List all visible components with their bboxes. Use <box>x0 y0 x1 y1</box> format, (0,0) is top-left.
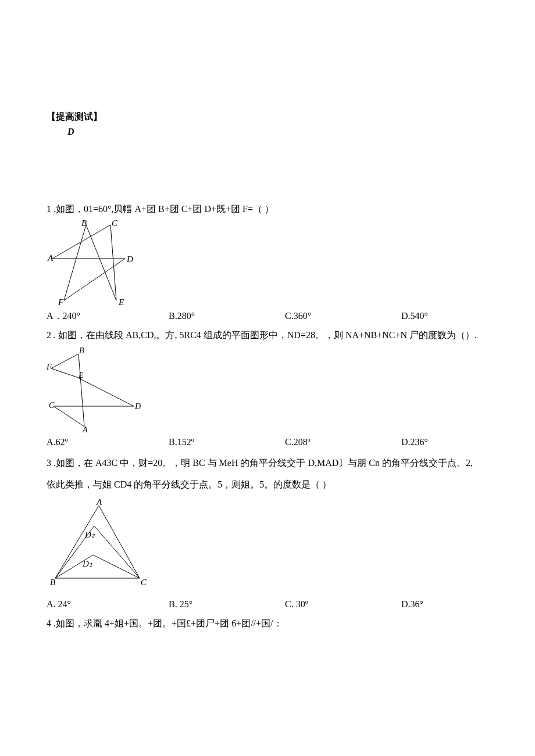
svg-line-2 <box>64 225 86 300</box>
q2-label-D: D <box>134 402 141 411</box>
q2-text: 2 . 如图，在由线段 AB,CD,。方, 5RC4 组成的平面图形中，ND=2… <box>47 329 488 342</box>
q1-option-d: D.540° <box>401 310 434 323</box>
q1-option-a: A．240° <box>47 310 169 323</box>
svg-marker-12 <box>55 506 140 578</box>
svg-line-9 <box>77 377 134 406</box>
q2-option-c: C.208º <box>285 436 401 449</box>
q1-figure: A B C D E F <box>47 219 488 306</box>
q2-option-d: D.236° <box>401 436 434 449</box>
q3-text-line2: 依此类推，与姐 CD4 的角平分线交于点。5，则姐。5。的度数是（ ） <box>47 478 488 491</box>
header-sub-letter: D <box>67 126 488 138</box>
q2-number: 2 <box>47 330 51 340</box>
svg-line-7 <box>51 368 77 377</box>
q3-label-C: C <box>141 578 147 587</box>
q1-label-F: F <box>58 298 64 306</box>
q1-option-c: C.360° <box>285 310 401 323</box>
q2-label-E: E <box>78 371 84 379</box>
q4-stem: .如图，求胤 4+姐+国。+团。+国£+团尸+团 6+团//+国/： <box>51 618 283 628</box>
q1-text: 1 .如图，01=60°,贝幅 A+团 B+团 C+团 D+既+团 F=（ ） <box>47 203 488 216</box>
q1-label-C: C <box>112 219 118 228</box>
q4-number: 4 <box>47 618 51 628</box>
q3-option-b: B. 25° <box>169 598 285 611</box>
q2-label-B: B <box>79 346 84 355</box>
q3-text-line1: 3 .如图，在 A43C 中，财=20。，明 BC 与 MeH 的角平分线交于 … <box>47 457 488 470</box>
svg-line-4 <box>52 225 110 259</box>
q3-number: 3 <box>47 458 51 468</box>
q3-option-a: A. 24° <box>47 598 169 611</box>
q2-option-b: B.152º <box>169 436 285 449</box>
svg-line-5 <box>110 225 116 300</box>
q1-option-b: B.280° <box>169 310 285 323</box>
q1-label-E: E <box>118 298 124 306</box>
page-content: 【提高测试】 D 1 .如图，01=60°,贝幅 A+团 B+团 C+团 D+既… <box>0 0 535 655</box>
q3-triangle-diagram: A B C D₂ D₁ <box>47 497 151 590</box>
q3-option-c: C. 30º <box>285 598 401 611</box>
q2-label-A: A <box>82 425 88 432</box>
q3-figure: A B C D₂ D₁ <box>47 497 488 590</box>
svg-line-8 <box>79 354 84 427</box>
q2-figure: F B E C D A <box>47 345 488 432</box>
q1-stem: .如图，01=60°,贝幅 A+团 B+团 C+团 D+既+团 F=（ ） <box>51 204 274 214</box>
q1-number: 1 <box>47 204 51 214</box>
section-header: 【提高测试】 <box>47 110 488 123</box>
q3-label-D2: D₂ <box>84 530 95 539</box>
q2-label-C: C <box>49 401 55 410</box>
svg-line-6 <box>51 354 79 368</box>
q2-options: A.62º B.152º C.208º D.236° <box>47 436 488 449</box>
q1-label-D: D <box>126 255 133 264</box>
q1-star-diagram: A B C D E F <box>47 219 140 306</box>
q2-label-F: F <box>47 363 52 371</box>
q3-stem2: 依此类推，与姐 CD4 的角平分线交于点。5，则姐。5。的度数是（ ） <box>47 479 331 489</box>
svg-line-11 <box>54 406 84 427</box>
q3-label-D1: D₁ <box>82 559 92 568</box>
q3-label-A: A <box>96 497 102 507</box>
q4-text: 4 .如图，求胤 4+姐+国。+团。+国£+团尸+团 6+团//+国/： <box>47 617 488 630</box>
q1-options: A．240° B.280° C.360° D.540° <box>47 310 488 323</box>
q3-options: A. 24° B. 25° C. 30º D.36° <box>47 598 488 611</box>
q2-stem: . 如图，在由线段 AB,CD,。方, 5RC4 组成的平面图形中，ND=28。… <box>51 330 477 340</box>
q3-stem1: .如图，在 A43C 中，财=20。，明 BC 与 MeH 的角平分线交于 D,… <box>51 458 473 468</box>
q3-label-B: B <box>50 578 55 587</box>
q1-label-A: A <box>47 253 54 263</box>
q2-diagram: F B E C D A <box>47 345 145 432</box>
q3-option-d: D.36° <box>401 598 429 611</box>
q1-label-B: B <box>81 219 87 228</box>
q2-option-a: A.62º <box>47 436 169 449</box>
